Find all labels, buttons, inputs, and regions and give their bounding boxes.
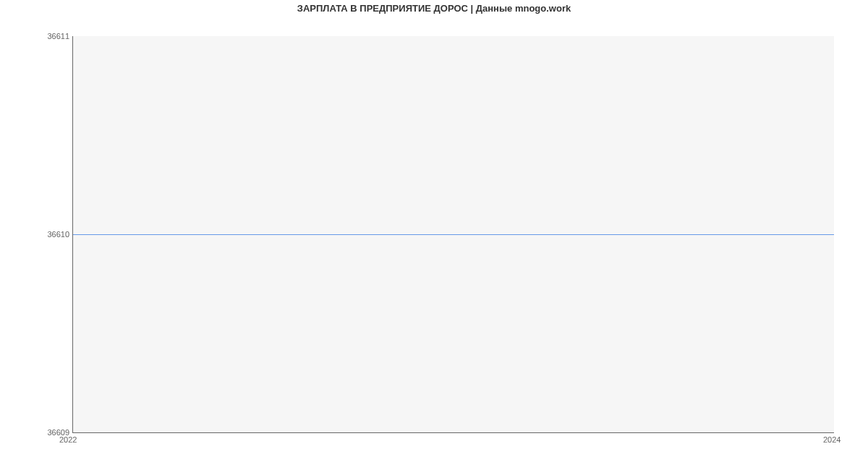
y-tick-top: 36611 (4, 32, 69, 40)
salary-chart: ЗАРПЛАТА В ПРЕДПРИЯТИЕ ДОРОС | Данные mn… (0, 0, 868, 470)
x-tick-left: 2022 (59, 435, 77, 444)
plot-area (72, 36, 834, 433)
y-tick-mid: 36610 (4, 230, 69, 239)
x-tick-right: 2024 (823, 435, 841, 444)
chart-title: ЗАРПЛАТА В ПРЕДПРИЯТИЕ ДОРОС | Данные mn… (0, 3, 868, 14)
data-line (73, 234, 834, 235)
